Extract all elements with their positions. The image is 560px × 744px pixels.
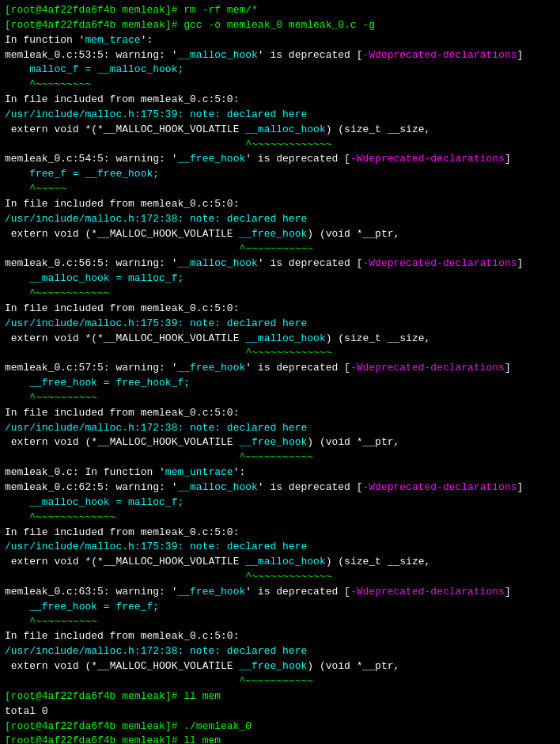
terminal-line: /usr/include/malloc.h:175:39: note: decl…	[5, 317, 555, 332]
terminal-line: __free_hook = free_hook_f;	[5, 376, 555, 391]
terminal-content: [root@4af22fda6f4b memleak]# rm -rf mem/…	[5, 3, 555, 744]
terminal-line: free_f = __free_hook;	[5, 167, 555, 182]
terminal-line: extern void *(*__MALLOC_HOOK_VOLATILE __…	[5, 332, 555, 347]
terminal-line: memleak_0.c:54:5: warning: '__free_hook'…	[5, 152, 555, 167]
terminal-line: __malloc_hook = malloc_f;	[5, 271, 555, 287]
terminal-line: In file included from memleak_0.c:5:0:	[5, 629, 555, 644]
terminal-line: malloc_f = __malloc_hook;	[5, 63, 555, 78]
terminal-line: ^~~~~~~~~~~~	[5, 242, 555, 257]
terminal-line: /usr/include/malloc.h:175:39: note: decl…	[5, 108, 555, 123]
terminal-line: total 0	[5, 704, 555, 719]
terminal-line: ^~~~~~~~~~~~~~	[5, 511, 555, 526]
terminal-line: memleak_0.c:53:5: warning: '__malloc_hoo…	[5, 48, 555, 63]
terminal-line: In file included from memleak_0.c:5:0:	[5, 302, 555, 317]
terminal-line: memleak_0.c:56:5: warning: '__malloc_hoo…	[5, 256, 555, 271]
terminal-line: In file included from memleak_0.c:5:0:	[5, 526, 555, 541]
terminal-line: [root@4af22fda6f4b memleak]# rm -rf mem/…	[5, 3, 555, 18]
terminal-line: [root@4af22fda6f4b memleak]# ll mem	[5, 734, 555, 744]
terminal-line: ^~~~~~~~~~~~~	[5, 287, 555, 302]
terminal-line: memleak_0.c:63:5: warning: '__free_hook'…	[5, 585, 555, 600]
terminal-line: extern void (*__MALLOC_HOOK_VOLATILE __f…	[5, 435, 555, 450]
terminal-line: In function 'mem_trace':	[5, 33, 555, 48]
terminal-line: memleak_0.c:57:5: warning: '__free_hook'…	[5, 361, 555, 376]
terminal-line: In file included from memleak_0.c:5:0:	[5, 197, 555, 212]
terminal-line: ^~~~~~	[5, 182, 555, 197]
terminal-line: In file included from memleak_0.c:5:0:	[5, 93, 555, 108]
terminal-line: extern void *(*__MALLOC_HOOK_VOLATILE __…	[5, 123, 555, 138]
terminal-line: /usr/include/malloc.h:175:39: note: decl…	[5, 540, 555, 555]
terminal-line: __free_hook = free_f;	[5, 600, 555, 615]
terminal-line: ^~~~~~~~~~~	[5, 391, 555, 406]
terminal-line: /usr/include/malloc.h:172:38: note: decl…	[5, 212, 555, 227]
terminal-line: /usr/include/malloc.h:172:38: note: decl…	[5, 644, 555, 659]
terminal-window: [root@4af22fda6f4b memleak]# rm -rf mem/…	[0, 0, 560, 744]
terminal-line: ^~~~~~~~~~~~~~	[5, 570, 555, 585]
terminal-line: In file included from memleak_0.c:5:0:	[5, 406, 555, 421]
terminal-line: memleak_0.c:62:5: warning: '__malloc_hoo…	[5, 480, 555, 495]
terminal-line: ^~~~~~~~~~~~~~	[5, 346, 555, 361]
terminal-line: ^~~~~~~~~~~~	[5, 450, 555, 465]
terminal-line: ^~~~~~~~~~	[5, 78, 555, 93]
terminal-line: [root@4af22fda6f4b memleak]# ll mem	[5, 689, 555, 704]
terminal-line: ^~~~~~~~~~~	[5, 615, 555, 630]
terminal-line: extern void (*__MALLOC_HOOK_VOLATILE __f…	[5, 227, 555, 242]
terminal-line: [root@4af22fda6f4b memleak]# ./memleak_0	[5, 719, 555, 735]
terminal-line: __malloc_hook = malloc_f;	[5, 495, 555, 511]
terminal-line: extern void *(*__MALLOC_HOOK_VOLATILE __…	[5, 555, 555, 570]
terminal-line: [root@4af22fda6f4b memleak]# gcc -o meml…	[5, 18, 555, 33]
terminal-line: /usr/include/malloc.h:172:38: note: decl…	[5, 421, 555, 436]
terminal-line: ^~~~~~~~~~~~~~	[5, 138, 555, 153]
terminal-line: ^~~~~~~~~~~~	[5, 674, 555, 689]
terminal-line: extern void (*__MALLOC_HOOK_VOLATILE __f…	[5, 659, 555, 674]
terminal-line: memleak_0.c: In function 'mem_untrace':	[5, 465, 555, 480]
